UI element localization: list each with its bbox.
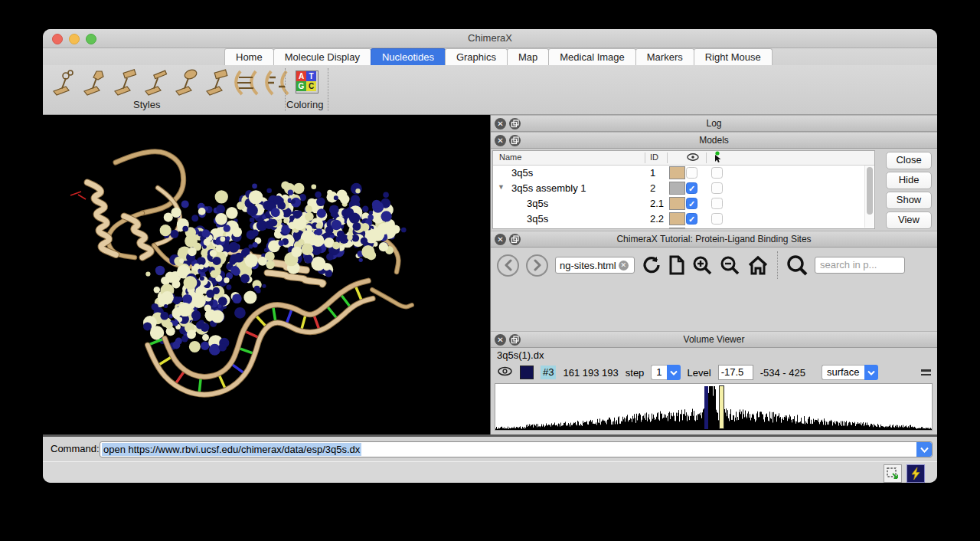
volume-eye-icon[interactable] bbox=[497, 366, 513, 379]
command-selected-text: open https://www.rbvi.ucsf.edu/chimerax/… bbox=[102, 443, 361, 456]
shown-checkbox[interactable]: ✓ bbox=[686, 182, 697, 194]
command-input[interactable]: open https://www.rbvi.ucsf.edu/chimerax/… bbox=[100, 441, 933, 457]
undock-panel-icon[interactable] bbox=[509, 334, 521, 346]
selected-checkbox[interactable] bbox=[711, 198, 723, 209]
tab-nucleotides[interactable]: Nucleotides bbox=[371, 48, 446, 65]
style-slab-icon[interactable] bbox=[110, 68, 139, 97]
style-box-slab-icon[interactable] bbox=[202, 68, 231, 97]
home-icon[interactable] bbox=[747, 255, 769, 275]
style-ladder-icon[interactable] bbox=[233, 68, 262, 97]
models-panel-titlebar[interactable]: ✕ Models bbox=[491, 132, 937, 149]
tutorial-page-body[interactable] bbox=[491, 283, 937, 331]
search-icon[interactable] bbox=[786, 254, 808, 276]
show-model-button[interactable]: Show bbox=[886, 192, 932, 209]
molecule-3d-render bbox=[43, 115, 490, 434]
expander-triangle-icon[interactable]: ▼ bbox=[498, 183, 505, 191]
selected-checkbox[interactable] bbox=[711, 167, 723, 179]
zoom-in-icon[interactable] bbox=[692, 255, 713, 276]
log-panel-titlebar[interactable]: ✕ Log bbox=[491, 115, 937, 132]
graphics-viewport[interactable] bbox=[43, 115, 490, 434]
model-color-swatch[interactable] bbox=[669, 166, 685, 179]
model-color-swatch[interactable] bbox=[669, 182, 685, 195]
model-id: 2 bbox=[650, 182, 655, 194]
volume-histogram[interactable] bbox=[495, 383, 933, 431]
forward-button[interactable] bbox=[526, 254, 548, 277]
display-style-select[interactable]: surface bbox=[822, 365, 878, 380]
style-stubs-icon[interactable] bbox=[263, 68, 292, 97]
url-text: ng-sites.html bbox=[560, 260, 616, 271]
tab-home[interactable]: Home bbox=[224, 48, 274, 65]
volume-color-swatch[interactable] bbox=[520, 366, 534, 379]
volume-panel-body: 3q5s(1).dx #3 161 193 193 step 1 Level -… bbox=[491, 348, 937, 434]
chevron-down-icon[interactable] bbox=[864, 365, 878, 380]
model-color-swatch[interactable] bbox=[669, 197, 685, 210]
undock-panel-icon[interactable] bbox=[509, 135, 521, 146]
close-panel-icon[interactable]: ✕ bbox=[495, 118, 506, 130]
hide-model-button[interactable]: Hide bbox=[886, 172, 932, 189]
fast-mode-lightning-icon[interactable] bbox=[906, 464, 925, 483]
command-history-dropdown[interactable] bbox=[916, 442, 932, 457]
models-scrollbar[interactable] bbox=[864, 166, 874, 228]
nucleotide-coloring-button[interactable]: ATGC bbox=[296, 70, 318, 93]
model-row-partial[interactable]: ✓ bbox=[493, 227, 874, 229]
shown-checkbox[interactable] bbox=[686, 167, 697, 179]
tutorial-panel-titlebar[interactable]: ✕ ChimeraX Tutorial: Protein-Ligand Bind… bbox=[491, 231, 937, 248]
model-row-2.1[interactable]: 3q5s2.1✓ bbox=[493, 196, 874, 211]
view-model-button[interactable]: View bbox=[886, 211, 932, 229]
close-panel-icon[interactable]: ✕ bbox=[495, 135, 506, 146]
search-input[interactable]: search in p... bbox=[815, 257, 905, 274]
reload-icon[interactable] bbox=[642, 255, 662, 275]
style-ellipsoid-icon[interactable] bbox=[172, 68, 201, 97]
undock-panel-icon[interactable] bbox=[509, 118, 521, 130]
volume-menu-icon[interactable] bbox=[921, 369, 931, 375]
title-bar[interactable]: ChimeraX bbox=[43, 29, 937, 48]
zoom-window-button[interactable] bbox=[86, 34, 96, 44]
tab-map[interactable]: Map bbox=[507, 48, 549, 65]
select-mode-icon[interactable] bbox=[884, 464, 902, 483]
style-value: surface bbox=[822, 365, 864, 380]
url-field[interactable]: ng-sites.html ✕ bbox=[555, 257, 635, 274]
shown-checkbox[interactable]: ✓ bbox=[686, 213, 697, 225]
volume-model-ref[interactable]: #3 bbox=[541, 366, 556, 379]
selected-checkbox[interactable] bbox=[711, 182, 723, 194]
style-atoms-icon[interactable] bbox=[49, 68, 78, 97]
new-page-icon[interactable] bbox=[668, 255, 685, 275]
nucleotides-toolbar: Styles ATGC Coloring bbox=[43, 65, 937, 115]
scrollbar-thumb[interactable] bbox=[867, 167, 873, 215]
close-panel-icon[interactable]: ✕ bbox=[495, 334, 506, 346]
close-panel-icon[interactable]: ✕ bbox=[495, 234, 506, 245]
tab-graphics[interactable]: Graphics bbox=[445, 48, 508, 65]
model-color-swatch[interactable] bbox=[669, 212, 685, 225]
style-tube-slab-icon[interactable] bbox=[141, 68, 170, 97]
close-model-button[interactable]: Close bbox=[886, 152, 932, 169]
back-button[interactable] bbox=[497, 254, 519, 277]
zoom-out-icon[interactable] bbox=[720, 255, 740, 276]
minimize-window-button[interactable] bbox=[69, 34, 80, 44]
selected-checkbox[interactable] bbox=[711, 213, 723, 225]
level-input[interactable]: -17.5 bbox=[718, 365, 753, 380]
model-row-1[interactable]: 3q5s1 bbox=[493, 166, 874, 181]
ribbon-tab-bar: HomeMolecule DisplayNucleotidesGraphicsM… bbox=[43, 48, 937, 65]
tab-molecule-display[interactable]: Molecule Display bbox=[273, 48, 371, 65]
shown-checkbox[interactable]: ✓ bbox=[686, 228, 697, 229]
volume-panel-titlebar[interactable]: ✕ Volume Viewer bbox=[491, 331, 937, 348]
close-window-button[interactable] bbox=[52, 34, 63, 44]
volume-panel-title: Volume Viewer bbox=[491, 332, 937, 347]
model-row-2.2[interactable]: 3q5s2.2✓ bbox=[493, 211, 874, 227]
chevron-down-icon[interactable] bbox=[667, 365, 681, 380]
style-filled-icon[interactable] bbox=[80, 68, 109, 97]
command-bar: Command: open https://www.rbvi.ucsf.edu/… bbox=[43, 434, 937, 461]
step-select[interactable]: 1 bbox=[651, 365, 680, 380]
clear-url-icon[interactable]: ✕ bbox=[619, 261, 629, 270]
model-color-swatch[interactable] bbox=[669, 228, 685, 229]
tab-right-mouse[interactable]: Right Mouse bbox=[694, 48, 773, 65]
models-table[interactable]: Name ID 3q5s1▼3q5s assembly 12✓3q5s2.1✓3… bbox=[492, 150, 875, 229]
tab-markers[interactable]: Markers bbox=[635, 48, 694, 65]
selected-checkbox[interactable] bbox=[711, 228, 723, 229]
undock-panel-icon[interactable] bbox=[509, 234, 521, 245]
window-title: ChimeraX bbox=[43, 29, 937, 48]
model-row-2[interactable]: ▼3q5s assembly 12✓ bbox=[493, 181, 874, 196]
log-panel-title: Log bbox=[491, 116, 937, 131]
tab-medical-image[interactable]: Medical Image bbox=[548, 48, 636, 65]
shown-checkbox[interactable]: ✓ bbox=[686, 198, 697, 209]
